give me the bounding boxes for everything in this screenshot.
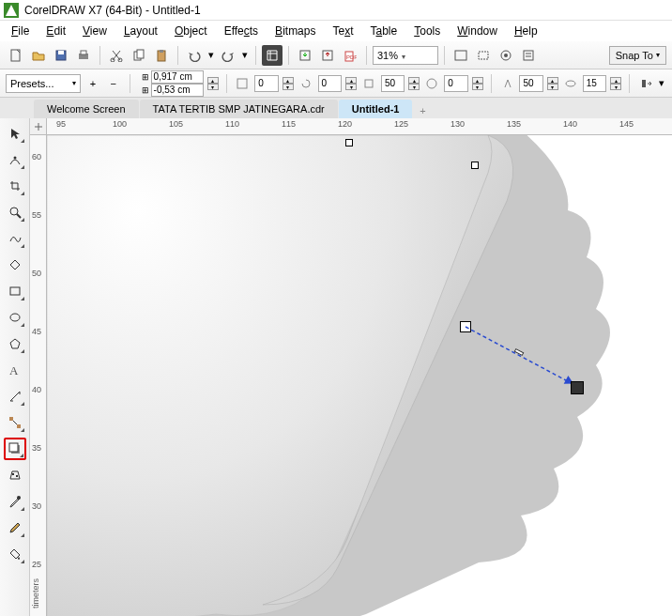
svg-line-47 <box>466 327 578 387</box>
clear-props-button[interactable]: ▾ <box>658 74 666 93</box>
tab-untitled[interactable]: Untitled-1 <box>339 100 413 118</box>
ellipse-tool[interactable] <box>4 306 26 329</box>
spinner5[interactable]: ▴▾ <box>547 77 558 90</box>
smart-drawing-tool[interactable] <box>4 254 26 276</box>
dimension-tool[interactable] <box>4 385 26 408</box>
rotate-icon <box>298 74 314 93</box>
shape-tool[interactable] <box>4 148 26 171</box>
connector-tool[interactable] <box>4 411 26 434</box>
eyedropper-tool[interactable] <box>4 490 26 513</box>
paste-button[interactable] <box>151 45 172 66</box>
menu-view[interactable]: View <box>75 23 115 39</box>
svg-point-30 <box>10 208 18 215</box>
copy-button[interactable] <box>129 45 149 66</box>
zoom-tool[interactable] <box>4 201 26 223</box>
dropdown-arrow-icon <box>402 50 405 61</box>
text-tool[interactable]: A <box>4 359 26 381</box>
canvas-area: 95 100 105 110 115 120 125 130 135 140 1… <box>30 118 672 616</box>
import-button[interactable] <box>295 45 315 66</box>
preset-remove-button[interactable]: − <box>105 74 122 93</box>
copy-props-button[interactable] <box>637 74 654 93</box>
svg-rect-17 <box>455 51 466 60</box>
value6-input[interactable]: 15 <box>583 75 607 92</box>
search-button[interactable] <box>262 45 283 66</box>
menu-object[interactable]: Object <box>167 23 215 39</box>
value3-input[interactable]: 50 <box>381 75 405 92</box>
menu-bitmaps[interactable]: Bitmaps <box>267 23 323 39</box>
value2-input[interactable]: 0 <box>318 75 343 92</box>
spinner2[interactable]: ▴▾ <box>345 77 357 90</box>
redo-button[interactable] <box>218 45 238 66</box>
print-button[interactable] <box>73 45 94 66</box>
undo-button[interactable] <box>184 45 205 66</box>
svg-point-27 <box>566 81 575 86</box>
presets-combo[interactable]: Presets... ▾ <box>6 74 81 93</box>
zoom-level[interactable]: 31% <box>373 46 438 65</box>
save-button[interactable] <box>51 45 71 66</box>
menu-window[interactable]: Window <box>450 23 505 39</box>
accel-icon <box>499 74 516 93</box>
ruler-origin[interactable] <box>30 118 47 135</box>
snap-to-dropdown[interactable]: Snap To ▾ <box>609 46 666 65</box>
cut-button[interactable] <box>106 45 127 66</box>
menu-tools[interactable]: Tools <box>406 23 448 39</box>
shadow-end-handle[interactable] <box>571 381 584 394</box>
undo-dropdown[interactable]: ▾ <box>206 45 216 66</box>
add-tab-button[interactable]: + <box>415 103 430 118</box>
position-spinner[interactable]: ▴▾ <box>207 77 219 90</box>
freehand-tool[interactable] <box>4 227 26 250</box>
selection-handle-top[interactable] <box>345 139 353 146</box>
selection-handle-right[interactable] <box>471 162 479 169</box>
drop-shadow-tool[interactable] <box>4 438 26 460</box>
app-icon <box>4 3 19 18</box>
svg-rect-40 <box>17 424 21 428</box>
vertical-ruler[interactable]: 60 55 50 45 40 35 30 25 timeters <box>30 135 47 616</box>
y-icon: ⊞ <box>142 85 149 95</box>
x-position-input[interactable]: 0,917 cm <box>151 70 204 84</box>
value4-input[interactable]: 0 <box>444 75 468 92</box>
tab-file[interactable]: TATA TERTIB SMP JATINEGARA.cdr <box>140 100 338 118</box>
spinner4[interactable]: ▴▾ <box>472 77 483 90</box>
open-button[interactable] <box>28 45 49 66</box>
value5-input[interactable]: 50 <box>519 75 543 92</box>
spinner1[interactable]: ▴▾ <box>283 77 294 90</box>
publish-button[interactable]: PDF <box>340 45 360 66</box>
rectangle-tool[interactable] <box>4 280 26 302</box>
y-position-input[interactable]: -0,53 cm <box>151 84 204 97</box>
svg-rect-32 <box>10 287 20 295</box>
preview-button[interactable] <box>473 45 494 66</box>
skew-icon <box>423 74 440 93</box>
svg-rect-39 <box>9 417 13 421</box>
menu-file[interactable]: File <box>4 23 37 39</box>
tab-welcome[interactable]: Welcome Screen <box>34 100 139 118</box>
new-button[interactable] <box>6 45 26 66</box>
menu-help[interactable]: Help <box>507 23 545 39</box>
spinner6[interactable]: ▴▾ <box>610 77 621 90</box>
polygon-tool[interactable] <box>4 332 26 355</box>
drawing-canvas[interactable] <box>47 135 672 616</box>
fill-tool[interactable] <box>4 543 26 565</box>
outline-tool[interactable] <box>4 516 26 539</box>
titlebar: CorelDRAW X7 (64-Bit) - Untitled-1 <box>0 0 672 21</box>
svg-text:A: A <box>9 363 19 377</box>
pick-tool[interactable] <box>4 122 26 145</box>
svg-rect-6 <box>81 51 86 54</box>
show-rulers-button[interactable] <box>496 45 516 66</box>
value1-input[interactable]: 0 <box>254 75 279 92</box>
crop-tool[interactable] <box>4 175 26 197</box>
menu-layout[interactable]: Layout <box>116 23 165 39</box>
transparency-tool[interactable] <box>4 464 26 486</box>
spinner3[interactable]: ▴▾ <box>408 77 420 90</box>
menu-edit[interactable]: Edit <box>38 23 73 39</box>
menu-effects[interactable]: Effects <box>217 23 266 39</box>
export-button[interactable] <box>317 45 338 66</box>
separator <box>177 46 178 65</box>
horizontal-ruler[interactable]: 95 100 105 110 115 120 125 130 135 140 1… <box>47 118 672 135</box>
preset-add-button[interactable]: + <box>84 74 101 93</box>
menu-table[interactable]: Table <box>363 23 405 39</box>
menu-text[interactable]: Text <box>325 23 360 39</box>
options-button[interactable] <box>518 45 539 66</box>
redo-dropdown[interactable]: ▾ <box>240 45 250 66</box>
svg-point-26 <box>427 79 436 88</box>
fullscreen-button[interactable] <box>451 45 471 66</box>
